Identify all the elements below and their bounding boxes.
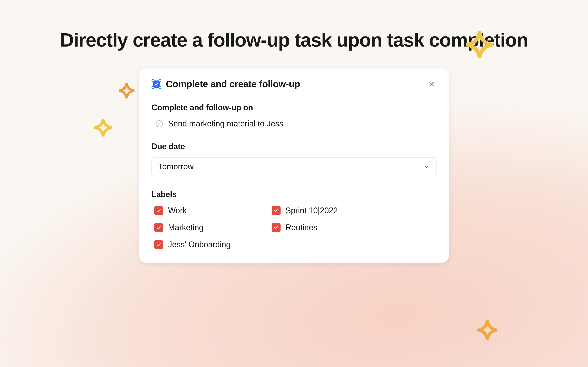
svg-rect-1 <box>152 80 154 82</box>
svg-rect-2 <box>159 80 161 82</box>
label-text: Routines <box>285 223 317 232</box>
sparkle-icon <box>477 320 497 340</box>
due-date-label: Due date <box>151 142 437 151</box>
label-text: Work <box>168 206 187 215</box>
checkbox-checked[interactable] <box>272 206 281 215</box>
check-icon <box>156 225 161 230</box>
check-icon <box>156 242 161 247</box>
sparkle-icon <box>94 119 112 136</box>
checkbox-checked[interactable] <box>154 223 163 232</box>
close-icon <box>428 81 435 87</box>
due-date-select[interactable]: Tomorrow <box>151 157 437 176</box>
follow-up-modal: Complete and create follow-up Complete a… <box>139 68 449 263</box>
chevron-down-icon <box>424 164 430 170</box>
labels-grid: Work Sprint 10|2022 Marketing Routines <box>151 206 376 249</box>
check-icon <box>273 225 279 230</box>
label-text: Marketing <box>168 223 203 232</box>
label-text: Sprint 10|2022 <box>285 206 338 215</box>
task-complete-circle-icon <box>156 120 163 128</box>
svg-rect-4 <box>159 87 161 89</box>
task-name: Send marketing material to Jess <box>168 119 283 128</box>
page-headline: Directly create a follow-up task upon ta… <box>0 0 588 50</box>
checkbox-checked[interactable] <box>154 240 163 249</box>
sparkle-icon <box>119 83 134 99</box>
check-icon <box>273 208 279 213</box>
label-item-sprint[interactable]: Sprint 10|2022 <box>272 206 376 215</box>
followup-section-label: Complete and follow-up on <box>151 103 437 112</box>
task-row[interactable]: Send marketing material to Jess <box>151 119 437 128</box>
app-icon <box>151 79 161 89</box>
checkbox-checked[interactable] <box>154 206 163 215</box>
labels-section-label: Labels <box>151 190 437 199</box>
label-item-jess-onboarding[interactable]: Jess' Onboarding <box>154 240 258 249</box>
check-icon <box>156 208 161 213</box>
checkbox-checked[interactable] <box>272 223 281 232</box>
label-text: Jess' Onboarding <box>168 240 231 249</box>
label-item-work[interactable]: Work <box>154 206 258 215</box>
svg-rect-3 <box>152 87 154 89</box>
label-item-routines[interactable]: Routines <box>272 223 376 232</box>
modal-header: Complete and create follow-up <box>151 79 437 90</box>
due-date-value: Tomorrow <box>158 162 194 171</box>
close-button[interactable] <box>427 79 437 89</box>
label-item-marketing[interactable]: Marketing <box>154 223 258 232</box>
modal-title: Complete and create follow-up <box>166 79 422 90</box>
